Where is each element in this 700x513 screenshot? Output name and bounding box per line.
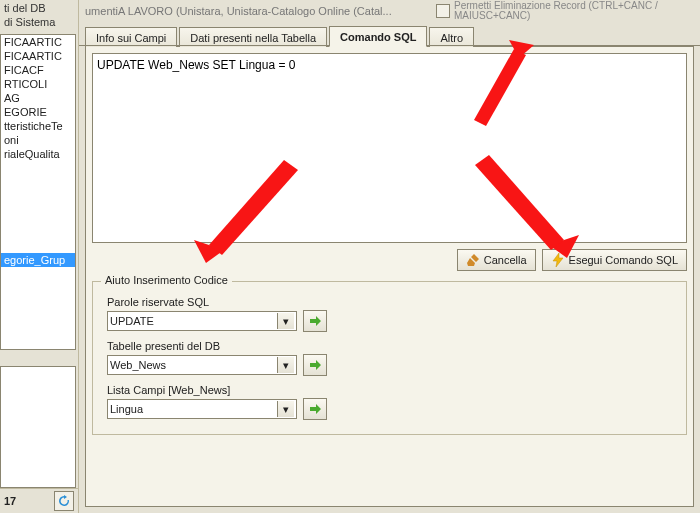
refresh-icon bbox=[58, 495, 70, 507]
sidebar-header-2: di Sistema bbox=[4, 16, 74, 30]
tab-other[interactable]: Altro bbox=[429, 27, 474, 47]
main-panel: umentiA LAVORO (Unistara, Unistara-Catal… bbox=[79, 0, 700, 513]
fields-label: Lista Campi [Web_News] bbox=[107, 384, 672, 396]
lightning-icon bbox=[551, 253, 565, 267]
arrow-right-icon bbox=[308, 402, 322, 416]
broom-icon bbox=[466, 253, 480, 267]
list-item[interactable]: FICACF bbox=[1, 63, 75, 77]
list-item[interactable]: rialeQualita bbox=[1, 147, 75, 161]
insert-reserved-button[interactable] bbox=[303, 310, 327, 332]
list-item[interactable]: tteristicheTe bbox=[1, 119, 75, 133]
tab-bar: Info sui Campi Dati presenti nella Tabel… bbox=[79, 22, 700, 46]
chevron-down-icon[interactable]: ▾ bbox=[277, 313, 294, 329]
arrow-right-icon bbox=[308, 314, 322, 328]
tables-combo[interactable]: Web_News ▾ bbox=[107, 355, 297, 375]
clear-button[interactable]: Cancella bbox=[457, 249, 536, 271]
insert-table-button[interactable] bbox=[303, 354, 327, 376]
list-item[interactable]: EGORIE bbox=[1, 105, 75, 119]
context-path: umentiA LAVORO (Unistara, Unistara-Catal… bbox=[85, 5, 416, 17]
list-item[interactable]: oni bbox=[1, 133, 75, 147]
list-item[interactable]: FICAARTIC bbox=[1, 49, 75, 63]
allow-delete-label: Permetti Eliminazione Record (CTRL+CANC … bbox=[454, 1, 694, 21]
sidebar-header-1: ti del DB bbox=[4, 2, 74, 16]
chevron-down-icon[interactable]: ▾ bbox=[277, 401, 294, 417]
sql-textarea[interactable] bbox=[92, 53, 687, 243]
list-item[interactable]: RTICOLI bbox=[1, 77, 75, 91]
execute-sql-button[interactable]: Esegui Comando SQL bbox=[542, 249, 687, 271]
list-item[interactable]: FICAARTIC bbox=[1, 35, 75, 49]
tab-info[interactable]: Info sui Campi bbox=[85, 27, 177, 47]
tab-sql[interactable]: Comando SQL bbox=[329, 26, 427, 47]
tables-label: Tabelle presenti del DB bbox=[107, 340, 672, 352]
helper-legend: Aiuto Inserimento Codice bbox=[101, 274, 232, 286]
arrow-right-icon bbox=[308, 358, 322, 372]
db-object-list-2[interactable] bbox=[0, 366, 76, 488]
chevron-down-icon[interactable]: ▾ bbox=[277, 357, 294, 373]
list-item[interactable]: AG bbox=[1, 91, 75, 105]
reserved-words-combo[interactable]: UPDATE ▾ bbox=[107, 311, 297, 331]
fields-combo[interactable]: Lingua ▾ bbox=[107, 399, 297, 419]
sidebar: ti del DB di Sistema FICAARTIC FICAARTIC… bbox=[0, 0, 79, 513]
tab-content-sql: Cancella Esegui Comando SQL Aiuto Inseri… bbox=[85, 46, 694, 507]
tab-data[interactable]: Dati presenti nella Tabella bbox=[179, 27, 327, 47]
reserved-words-label: Parole riservate SQL bbox=[107, 296, 672, 308]
helper-fieldset: Aiuto Inserimento Codice Parole riservat… bbox=[92, 281, 687, 435]
insert-field-button[interactable] bbox=[303, 398, 327, 420]
refresh-button[interactable] bbox=[54, 491, 74, 511]
db-object-list[interactable]: FICAARTIC FICAARTIC FICACF RTICOLI AG EG… bbox=[0, 34, 76, 350]
allow-delete-checkbox[interactable] bbox=[436, 4, 450, 18]
record-count: 17 bbox=[4, 495, 54, 507]
list-item-selected[interactable]: egorie_Grup bbox=[1, 253, 75, 267]
